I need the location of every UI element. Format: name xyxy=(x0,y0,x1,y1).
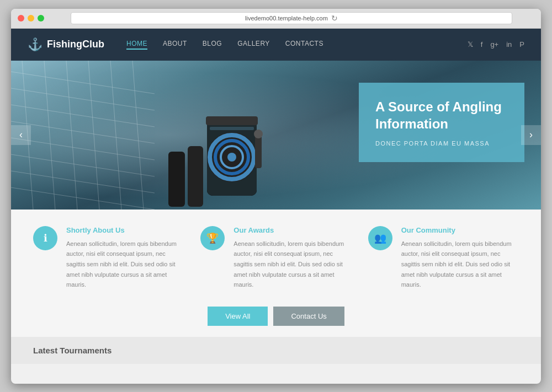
traffic-lights xyxy=(18,15,44,22)
about-icon: ℹ xyxy=(33,226,57,250)
latest-tournaments-section: Latest Tournaments xyxy=(11,337,541,364)
awards-icon-wrap: 🏆 xyxy=(200,226,225,290)
community-text: Aenean sollicitudin, lorem quis bibendum… xyxy=(401,239,519,290)
community-icon-wrap: 👥 xyxy=(368,226,392,290)
logo-text: FishingClub xyxy=(47,39,104,50)
latest-tournaments-title: Latest Tournaments xyxy=(33,346,519,355)
nav-contacts[interactable]: CONTACTS xyxy=(285,40,323,50)
awards-content: Our Awards Aenean sollicitudin, lorem qu… xyxy=(233,226,351,290)
community-title: Our Community xyxy=(401,226,519,234)
linkedin-icon[interactable]: in xyxy=(506,40,512,49)
twitter-icon[interactable]: 𝕏 xyxy=(468,40,473,49)
svg-line-9 xyxy=(44,61,55,210)
info-card-about: ℹ Shortly About Us Aenean sollicitudin, … xyxy=(33,226,184,290)
logo[interactable]: ⚓ FishingClub xyxy=(28,37,104,52)
contact-us-button[interactable]: Contact Us xyxy=(273,307,344,326)
hero-section: A Source of Angling Information DONEC PO… xyxy=(11,61,541,210)
svg-point-22 xyxy=(227,153,236,162)
minimize-button[interactable] xyxy=(28,15,34,22)
browser-content: ⚓ FishingClub HOME ABOUT BLOG GALLERY CO… xyxy=(11,29,541,384)
awards-title: Our Awards xyxy=(233,226,351,234)
about-icon-wrap: ℹ xyxy=(33,226,57,290)
hero-visual xyxy=(121,72,315,210)
hero-prev-button[interactable]: ‹ xyxy=(11,125,31,145)
hero-next-button[interactable]: › xyxy=(521,125,541,145)
community-icon: 👥 xyxy=(368,226,392,250)
about-text: Aenean sollicitudin, lorem quis bibendum… xyxy=(66,239,184,290)
about-title: Shortly About Us xyxy=(66,226,184,234)
info-section: ℹ Shortly About Us Aenean sollicitudin, … xyxy=(11,210,541,337)
navbar: ⚓ FishingClub HOME ABOUT BLOG GALLERY CO… xyxy=(11,29,541,61)
hero-subtitle: DONEC PORTA DIAM EU MASSA xyxy=(375,140,508,147)
hero-title: A Source of Angling Information xyxy=(375,98,508,132)
svg-rect-23 xyxy=(255,135,262,168)
nav-about[interactable]: ABOUT xyxy=(163,40,187,50)
info-cards: ℹ Shortly About Us Aenean sollicitudin, … xyxy=(33,226,519,290)
svg-rect-14 xyxy=(168,152,185,207)
nav-blog[interactable]: BLOG xyxy=(203,40,222,50)
social-icons: 𝕏 f g+ in P xyxy=(468,40,524,49)
svg-rect-15 xyxy=(188,146,203,207)
fishing-reel-svg xyxy=(124,74,312,207)
nav-gallery[interactable]: GALLERY xyxy=(237,40,270,50)
info-card-community: 👥 Our Community Aenean sollicitudin, lor… xyxy=(368,226,519,290)
svg-line-11 xyxy=(88,61,99,210)
hero-overlay: A Source of Angling Information DONEC PO… xyxy=(359,83,524,162)
browser-chrome: livedemo00.template-help.com ↻ xyxy=(11,9,541,29)
svg-point-24 xyxy=(254,130,263,138)
about-content: Shortly About Us Aenean sollicitudin, lo… xyxy=(66,226,184,290)
close-button[interactable] xyxy=(18,15,24,22)
awards-icon: 🏆 xyxy=(200,226,225,250)
svg-line-10 xyxy=(66,61,77,210)
facebook-icon[interactable]: f xyxy=(481,40,483,49)
community-content: Our Community Aenean sollicitudin, lorem… xyxy=(401,226,519,290)
maximize-button[interactable] xyxy=(38,15,44,22)
google-plus-icon[interactable]: g+ xyxy=(490,40,498,49)
address-bar[interactable]: livedemo00.template-help.com ↻ xyxy=(71,12,512,24)
awards-text: Aenean sollicitudin, lorem quis bibendum… xyxy=(233,239,351,290)
nav-home[interactable]: HOME xyxy=(126,40,147,50)
url-text: livedemo00.template-help.com xyxy=(245,15,328,22)
svg-rect-25 xyxy=(206,116,258,125)
info-buttons: View All Contact Us xyxy=(33,303,519,326)
logo-icon: ⚓ xyxy=(28,37,43,52)
browser-window: livedemo00.template-help.com ↻ ⚓ Fishing… xyxy=(11,9,541,384)
svg-rect-26 xyxy=(210,127,254,130)
nav-links: HOME ABOUT BLOG GALLERY CONTACTS xyxy=(126,40,468,50)
refresh-icon[interactable]: ↻ xyxy=(331,14,338,23)
info-card-awards: 🏆 Our Awards Aenean sollicitudin, lorem … xyxy=(200,226,351,290)
pinterest-icon[interactable]: P xyxy=(519,40,524,49)
view-all-button[interactable]: View All xyxy=(208,307,268,326)
